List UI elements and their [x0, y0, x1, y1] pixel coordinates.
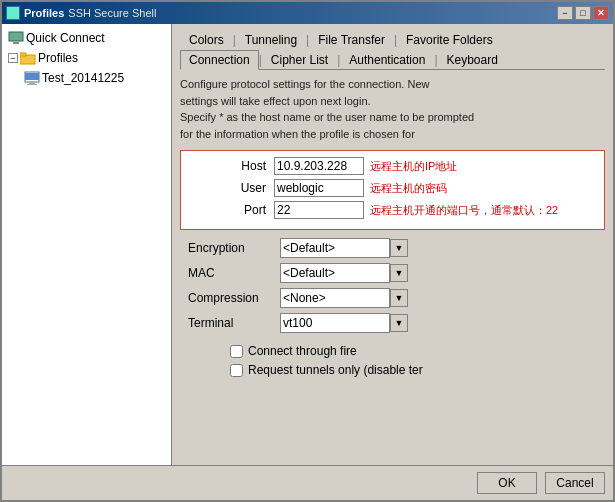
compression-select[interactable]	[280, 288, 390, 308]
sidebar-item-quickconnect[interactable]: Quick Connect	[6, 28, 167, 48]
user-input[interactable]	[274, 179, 364, 197]
quickconnect-label: Quick Connect	[26, 31, 105, 45]
svg-rect-1	[13, 42, 19, 44]
terminal-select-wrapper: ▼	[280, 313, 408, 333]
monitor-icon	[8, 30, 24, 46]
port-row: Port 远程主机开通的端口号，通常默认：22	[189, 201, 596, 219]
svg-rect-7	[27, 84, 37, 85]
window-title: Profiles	[24, 7, 64, 19]
checkboxes-section: Connect through fire Request tunnels onl…	[180, 344, 605, 382]
encryption-row: Encryption ▼	[180, 238, 605, 258]
host-input[interactable]	[274, 157, 364, 175]
request-tunnels-checkbox[interactable]	[230, 364, 243, 377]
connection-fields: Host 远程主机的IP地址 User 远程主机的密码 Port 远程主机开通的…	[180, 150, 605, 230]
tabs-row1: Colors | Tunneling | File Transfer | Fav…	[180, 30, 605, 49]
tab-authentication[interactable]: Authentication	[340, 50, 434, 70]
terminal-label: Terminal	[180, 316, 280, 330]
minimize-button[interactable]: −	[557, 6, 573, 20]
app-icon	[6, 6, 20, 20]
desc-line2: settings will take effect upon next logi…	[180, 93, 605, 110]
svg-rect-6	[29, 82, 35, 84]
checkbox-row-0: Connect through fire	[180, 344, 605, 358]
sidebar-item-profiles[interactable]: − Profiles	[6, 48, 167, 68]
request-tunnels-label: Request tunnels only (disable ter	[248, 363, 423, 377]
mac-select-wrapper: ▼	[280, 263, 408, 283]
maximize-button[interactable]: □	[575, 6, 591, 20]
compression-row: Compression ▼	[180, 288, 605, 308]
mac-arrow[interactable]: ▼	[390, 264, 408, 282]
mac-label: MAC	[180, 266, 280, 280]
extra-fields: Encryption ▼ MAC ▼ Compression	[180, 238, 605, 338]
checkbox-row-1: Request tunnels only (disable ter	[180, 363, 605, 377]
user-label: User	[189, 181, 274, 195]
tab-filetransfer[interactable]: File Transfer	[309, 30, 394, 50]
encryption-arrow[interactable]: ▼	[390, 239, 408, 257]
title-bar-text: Profiles SSH Secure Shell	[6, 6, 156, 20]
compression-select-wrapper: ▼	[280, 288, 408, 308]
close-button[interactable]: ✕	[593, 6, 609, 20]
ok-button[interactable]: OK	[477, 472, 537, 494]
terminal-arrow[interactable]: ▼	[390, 314, 408, 332]
test-profile-label: Test_20141225	[42, 71, 124, 85]
sidebar-item-test[interactable]: Test_20141225	[22, 68, 167, 88]
connect-fire-label: Connect through fire	[248, 344, 357, 358]
host-label: Host	[189, 159, 274, 173]
user-annotation: 远程主机的密码	[370, 181, 447, 196]
encryption-label: Encryption	[180, 241, 280, 255]
tab-connection[interactable]: Connection	[180, 50, 259, 70]
svg-rect-0	[9, 32, 23, 41]
mac-select[interactable]	[280, 263, 390, 283]
tab-cipherlist[interactable]: Cipher List	[262, 50, 337, 70]
folder-open-icon	[20, 50, 36, 66]
main-content: Quick Connect − Profiles	[2, 24, 613, 465]
host-row: Host 远程主机的IP地址	[189, 157, 596, 175]
compression-arrow[interactable]: ▼	[390, 289, 408, 307]
desc-line1: Configure protocol settings for the conn…	[180, 76, 605, 93]
main-window: Profiles SSH Secure Shell − □ ✕ Quick Co…	[0, 0, 615, 502]
title-bar: Profiles SSH Secure Shell − □ ✕	[2, 2, 613, 24]
mac-row: MAC ▼	[180, 263, 605, 283]
expand-icon[interactable]: −	[8, 53, 18, 63]
user-row: User 远程主机的密码	[189, 179, 596, 197]
bottom-bar: OK Cancel	[2, 465, 613, 500]
tabs-row2: Connection | Cipher List | Authenticatio…	[180, 50, 605, 70]
tab-keyboard[interactable]: Keyboard	[438, 50, 507, 70]
port-label: Port	[189, 203, 274, 217]
cancel-button[interactable]: Cancel	[545, 472, 605, 494]
title-controls: − □ ✕	[557, 6, 609, 20]
sidebar: Quick Connect − Profiles	[2, 24, 172, 465]
svg-rect-3	[20, 53, 26, 56]
host-annotation: 远程主机的IP地址	[370, 159, 457, 174]
profiles-label: Profiles	[38, 51, 78, 65]
window-subtitle: SSH Secure Shell	[68, 7, 156, 19]
terminal-select[interactable]	[280, 313, 390, 333]
svg-rect-5	[25, 73, 39, 80]
connect-fire-checkbox[interactable]	[230, 345, 243, 358]
desc-line3: Specify * as the host name or the user n…	[180, 109, 605, 126]
tab-favoritefolders[interactable]: Favorite Folders	[397, 30, 502, 50]
compression-label: Compression	[180, 291, 280, 305]
encryption-select[interactable]	[280, 238, 390, 258]
desc-line4: for the information when the profile is …	[180, 126, 605, 143]
pc-icon	[24, 70, 40, 86]
right-panel: Colors | Tunneling | File Transfer | Fav…	[172, 24, 613, 465]
description-block: Configure protocol settings for the conn…	[180, 76, 605, 142]
tab-colors[interactable]: Colors	[180, 30, 233, 50]
terminal-row: Terminal ▼	[180, 313, 605, 333]
port-annotation: 远程主机开通的端口号，通常默认：22	[370, 203, 558, 218]
encryption-select-wrapper: ▼	[280, 238, 408, 258]
tab-tunneling[interactable]: Tunneling	[236, 30, 306, 50]
port-input[interactable]	[274, 201, 364, 219]
